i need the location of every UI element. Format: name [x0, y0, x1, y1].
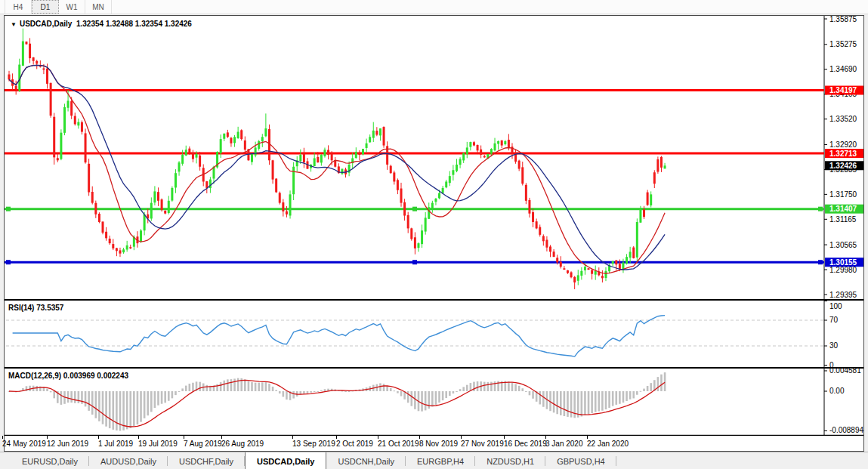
macd-histogram-bar: [390, 388, 392, 391]
candle-body: [303, 153, 305, 162]
candle-body: [46, 69, 48, 84]
macd-histogram-bar: [581, 391, 583, 416]
candle-body: [417, 243, 419, 248]
candle-body: [525, 185, 527, 201]
candle-body: [74, 116, 76, 125]
chart-tab-nzdusd[interactable]: NZDUSD,H1: [475, 452, 545, 469]
chart-tab-usdcnh[interactable]: USDCNH,Daily: [326, 452, 406, 469]
macd-histogram-bar: [112, 391, 114, 430]
candle-body: [320, 155, 323, 162]
candle-body: [29, 44, 31, 58]
chart-tab-audusd[interactable]: AUDUSD,Daily: [89, 452, 168, 469]
candle-body: [660, 157, 663, 168]
candle-body: [157, 192, 159, 201]
macd-histogram-bar: [144, 391, 146, 418]
candle-body: [483, 156, 486, 158]
line-handle[interactable]: [412, 260, 417, 264]
macd-histogram-bar: [601, 391, 604, 411]
timeframe-button-d1[interactable]: D1: [32, 0, 59, 14]
candle-body: [615, 261, 617, 265]
candle-body: [233, 137, 236, 143]
line-handle[interactable]: [818, 207, 823, 211]
candle-body: [656, 159, 659, 172]
macd-histogram-bar: [233, 378, 236, 391]
macd-histogram-bar: [265, 381, 267, 391]
line-handle[interactable]: [818, 260, 823, 264]
macd-histogram-bar: [147, 391, 149, 415]
candle-body: [442, 188, 444, 193]
macd-histogram-bar: [591, 391, 593, 413]
candle-body: [244, 140, 246, 150]
chart-tab-usdcad[interactable]: USDCAD,Daily: [245, 452, 326, 469]
price-tick-label: 1.35275: [829, 40, 857, 48]
macd-scale-label: -0.008894: [829, 426, 863, 434]
timeframe-button-mn[interactable]: MN: [85, 0, 112, 14]
macd-histogram-bar: [244, 379, 246, 391]
candle-body: [323, 150, 326, 156]
chart-tab-eurusd[interactable]: EURUSD,Daily: [11, 452, 89, 469]
chart-tab-usdchf[interactable]: USDCHF,Daily: [168, 452, 245, 469]
candle-body: [60, 133, 62, 159]
macd-histogram-bar: [466, 385, 468, 391]
line-handle[interactable]: [412, 207, 417, 211]
macd-histogram-bar: [400, 391, 403, 396]
macd-histogram-bar: [307, 391, 309, 393]
time-label: 16 Dec 2019: [504, 440, 547, 448]
timeframe-button-h4[interactable]: H4: [5, 0, 32, 14]
candle-body: [150, 203, 153, 219]
price-tick-label: 1.29980: [829, 266, 857, 274]
macd-histogram-bar: [91, 391, 94, 415]
candle-body: [397, 180, 399, 190]
time-tick: [336, 436, 337, 439]
macd-histogram-bar: [67, 391, 70, 403]
candle-body: [629, 251, 632, 258]
macd-histogram-bar: [46, 389, 48, 391]
macd-histogram-bar: [181, 388, 184, 391]
macd-histogram-bar: [324, 389, 326, 391]
time-axis[interactable]: 24 May 201912 Jun 20191 Jul 201919 Jul 2…: [5, 436, 863, 451]
macd-histogram-bar: [227, 379, 229, 391]
time-label: 26 Aug 2019: [221, 440, 264, 448]
candle-body: [595, 271, 597, 275]
candle-body: [428, 207, 430, 219]
chart-tab-eurgbp[interactable]: EURGBP,H4: [406, 452, 475, 469]
macd-histogram-bar: [272, 387, 274, 391]
macd-histogram-bar: [650, 383, 652, 391]
macd-histogram-bar: [53, 391, 55, 398]
line-price-chip: 1.31407: [829, 205, 857, 213]
macd-histogram-bar: [494, 381, 496, 391]
macd-histogram-bar: [511, 383, 514, 391]
macd-histogram-bar: [95, 391, 97, 418]
candle-body: [383, 127, 385, 146]
candle-body: [403, 202, 406, 216]
candle-body: [275, 179, 277, 193]
candle-body: [369, 137, 371, 142]
macd-histogram-bar: [248, 381, 250, 391]
chart-tab-gbpusd[interactable]: GBPUSD,H4: [545, 452, 616, 469]
candle-body: [192, 153, 194, 159]
candle-body: [178, 162, 181, 171]
candle-body: [449, 176, 451, 183]
candle-body: [459, 159, 462, 165]
line-handle[interactable]: [6, 207, 11, 211]
candle-body: [410, 228, 412, 239]
macd-histogram-bar: [459, 389, 462, 391]
collapse-triangle-icon[interactable]: ▼: [11, 21, 17, 28]
macd-histogram-bar: [608, 391, 610, 408]
candle-body: [626, 257, 628, 264]
timeframe-button-w1[interactable]: W1: [59, 0, 85, 14]
time-label: 8 Nov 2019: [419, 440, 458, 448]
macd-histogram-bar: [632, 391, 635, 398]
chart-canvas[interactable]: 1.358751.352751.346901.341051.335201.329…: [5, 16, 863, 436]
candle-body: [653, 172, 656, 184]
macd-histogram-bar: [223, 381, 225, 391]
macd-histogram-bar: [175, 391, 177, 395]
macd-histogram-bar: [154, 391, 156, 408]
price-tick-label: 1.34690: [829, 65, 857, 73]
candle-body: [362, 149, 364, 154]
line-handle[interactable]: [6, 260, 11, 264]
macd-histogram-bar: [251, 382, 253, 391]
macd-histogram-bar: [490, 382, 493, 391]
macd-histogram-bar: [314, 391, 316, 392]
macd-values: 0.003969 0.002243: [63, 372, 128, 380]
